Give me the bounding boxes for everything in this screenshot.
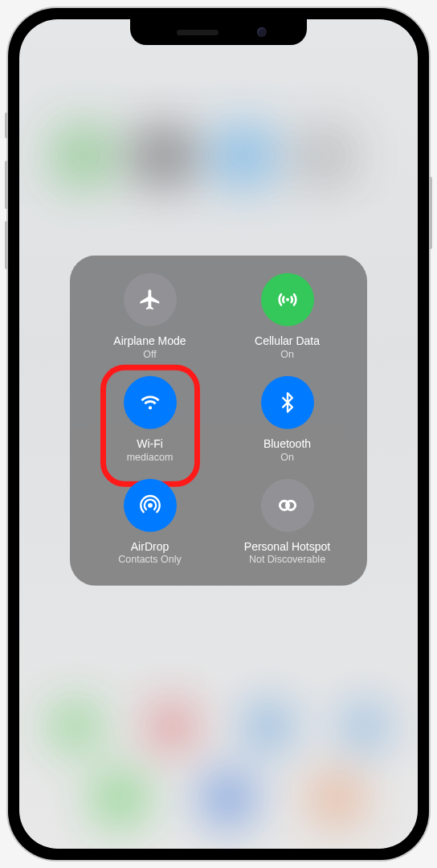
notch [130, 19, 307, 45]
mute-switch [5, 113, 8, 138]
connectivity-panel: Airplane Mode Off Cellular Data On Wi-Fi… [70, 256, 367, 586]
bluetooth-icon [261, 376, 314, 429]
airdrop-tile[interactable]: AirDrop Contacts Only [81, 478, 218, 565]
bluetooth-status: On [280, 451, 294, 462]
volume-up-button [5, 161, 8, 209]
bluetooth-label: Bluetooth [263, 437, 311, 451]
wifi-label: Wi-Fi [137, 437, 163, 451]
cellular-icon [261, 273, 314, 326]
hotspot-label: Personal Hotspot [244, 539, 330, 553]
cellular-status: On [280, 349, 294, 360]
hotspot-status: Not Discoverable [249, 554, 325, 565]
airdrop-icon [124, 478, 177, 531]
phone-frame: Airplane Mode Off Cellular Data On Wi-Fi… [8, 8, 429, 860]
bluetooth-tile[interactable]: Bluetooth On [218, 376, 356, 463]
cellular-label: Cellular Data [255, 334, 320, 348]
wifi-icon [124, 376, 177, 429]
airdrop-status: Contacts Only [118, 554, 182, 565]
wifi-tile[interactable]: Wi-Fi mediacom [81, 376, 218, 463]
airplane-label: Airplane Mode [113, 334, 186, 348]
airdrop-label: AirDrop [131, 539, 169, 553]
cellular-data-tile[interactable]: Cellular Data On [218, 273, 356, 360]
wifi-status: mediacom [127, 451, 174, 462]
airplane-status: Off [143, 349, 156, 360]
personal-hotspot-tile[interactable]: Personal Hotspot Not Discoverable [218, 478, 356, 565]
svg-point-1 [148, 503, 153, 508]
svg-point-3 [286, 501, 295, 510]
hotspot-icon [261, 478, 314, 531]
airplane-mode-tile[interactable]: Airplane Mode Off [81, 273, 218, 360]
airplane-icon [124, 273, 177, 326]
screen: Airplane Mode Off Cellular Data On Wi-Fi… [19, 19, 418, 849]
svg-point-0 [286, 298, 289, 301]
power-button [429, 177, 432, 249]
volume-down-button [5, 221, 8, 269]
